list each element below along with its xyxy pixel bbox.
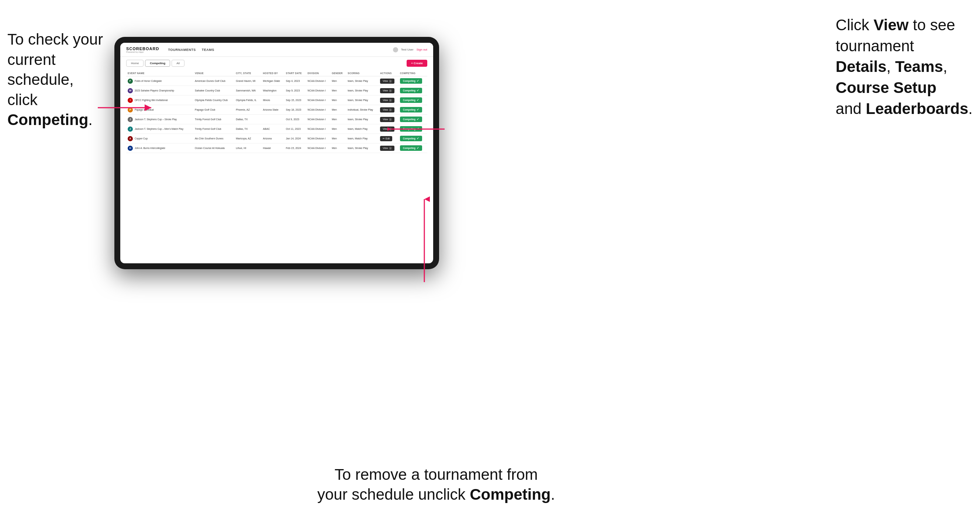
competing-button[interactable]: Competing ✓	[400, 88, 422, 93]
event-name-cell: J Jackson T. Stephens Cup – Stroke Play	[128, 117, 192, 122]
view-button[interactable]: View i	[380, 146, 395, 151]
scoring-cell: team, Match Play	[346, 134, 379, 143]
nav-bar: SCOREBOARD Powered by clippi TOURNAMENTS…	[120, 43, 433, 57]
gender-cell: Men	[330, 86, 346, 95]
col-start-date: START DATE	[285, 70, 306, 76]
event-name-cell: H John A. Burns Intercollegiate	[128, 146, 192, 151]
city-cell: Maricopa, AZ	[234, 134, 261, 143]
venue-cell: Trinity Forest Golf Club	[193, 115, 234, 124]
info-icon: i	[389, 99, 392, 102]
nav-teams[interactable]: TEAMS	[202, 48, 215, 52]
actions-cell: View i	[379, 105, 398, 115]
actions-cell: View i	[379, 86, 398, 95]
event-logo: J	[128, 117, 133, 122]
hosted-by-cell: Arizona	[262, 134, 285, 143]
division-cell: NCAA Division I	[306, 76, 330, 86]
gender-cell: Men	[330, 124, 346, 134]
scoring-cell: team, Stroke Play	[346, 86, 379, 95]
city-cell: Dallas, TX	[234, 124, 261, 134]
col-city: CITY, STATE	[234, 70, 261, 76]
competing-button[interactable]: Competing ✓	[400, 136, 422, 141]
info-icon: i	[389, 80, 392, 83]
brand: SCOREBOARD Powered by clippi	[126, 46, 159, 53]
start-date-cell: Jan 14, 2024	[285, 134, 306, 143]
division-cell: NCAA Division I	[306, 86, 330, 95]
start-date-cell: Feb 15, 2024	[285, 143, 306, 153]
create-button[interactable]: + Create	[407, 60, 427, 67]
event-name-text: OFCC Fighting Illini Invitational	[135, 99, 167, 102]
start-date-cell: Sep 18, 2023	[285, 105, 306, 115]
competing-button[interactable]: Competing ✓	[400, 145, 422, 151]
view-button[interactable]: View i	[380, 88, 395, 93]
start-date-cell: Sep 4, 2023	[285, 76, 306, 86]
view-button[interactable]: View i	[380, 79, 395, 84]
event-name-cell: J Jackson T. Stephens Cup – Men's Match …	[128, 127, 192, 132]
hosted-by-cell: Michigan State	[262, 76, 285, 86]
city-cell: Sammamish, WA	[234, 86, 261, 95]
hosted-by-cell: Arizona State	[262, 105, 285, 115]
event-name-text: Jackson T. Stephens Cup – Stroke Play	[135, 118, 177, 121]
view-button[interactable]: View i	[380, 98, 395, 103]
col-actions: ACTIONS	[379, 70, 398, 76]
division-cell: NCAA Division I	[306, 143, 330, 153]
view-button[interactable]: View i	[380, 107, 395, 113]
gender-cell: Men	[330, 105, 346, 115]
edit-button[interactable]: ✏ Edit	[380, 136, 392, 141]
start-date-cell: Oct 9, 2023	[285, 115, 306, 124]
hosted-by-cell: Hawaii	[262, 143, 285, 153]
col-competing: COMPETING	[398, 70, 427, 76]
competing-cell: Competing ✓	[398, 134, 427, 143]
col-hosted-by: HOSTED BY	[262, 70, 285, 76]
event-name-text: Folds of Honor Collegiate	[135, 80, 162, 82]
tab-competing[interactable]: Competing	[145, 60, 170, 67]
actions-cell: View i	[379, 143, 398, 153]
event-name-text: Copper Cup	[135, 137, 148, 140]
hosted-by-cell: Illinois	[262, 95, 285, 105]
sign-out-link[interactable]: Sign out	[417, 48, 427, 51]
left-annotation-text: To check yourcurrent schedule,click Comp…	[7, 31, 103, 129]
competing-cell: Competing ✓	[398, 76, 427, 86]
view-button[interactable]: View i	[380, 127, 395, 132]
nav-right: Test User Sign out	[393, 47, 427, 52]
checkmark-icon: ✓	[417, 79, 419, 83]
competing-cell: Competing ✓	[398, 105, 427, 115]
brand-title: SCOREBOARD	[126, 46, 159, 51]
competing-button[interactable]: Competing ✓	[400, 126, 422, 132]
hosted-by-cell	[262, 115, 285, 124]
event-logo: W	[128, 88, 133, 93]
checkmark-icon: ✓	[417, 117, 419, 121]
view-button[interactable]: View i	[380, 117, 395, 122]
checkmark-icon: ✓	[417, 89, 419, 92]
competing-cell: Competing ✓	[398, 95, 427, 105]
tab-all[interactable]: All	[172, 60, 185, 67]
venue-cell: Trinity Forest Golf Club	[193, 124, 234, 134]
event-logo: H	[128, 146, 133, 151]
scoring-cell: team, Match Play	[346, 124, 379, 134]
competing-button[interactable]: Competing ✓	[400, 116, 422, 122]
brand-sub: Powered by clippi	[126, 51, 159, 53]
competing-button[interactable]: Competing ✓	[400, 107, 422, 113]
info-icon: i	[389, 128, 392, 130]
table-row: J Jackson T. Stephens Cup – Men's Match …	[126, 124, 427, 134]
bottom-annotation: To remove a tournament fromyour schedule…	[317, 465, 555, 505]
event-name-cell: P Papago Individual	[128, 107, 192, 113]
info-icon: i	[389, 89, 392, 92]
info-icon: i	[389, 108, 392, 111]
checkmark-icon: ✓	[417, 127, 419, 130]
event-logo: I	[128, 98, 133, 103]
event-logo: P	[128, 107, 133, 113]
event-name-text: Papago Individual	[135, 108, 154, 111]
competing-button[interactable]: Competing ✓	[400, 78, 422, 84]
actions-cell: View i	[379, 95, 398, 105]
table-row: W 2023 Sahalee Players Championship Saha…	[126, 86, 427, 95]
tab-home[interactable]: Home	[126, 60, 143, 67]
info-icon: i	[389, 118, 392, 121]
city-cell: Grand Haven, MI	[234, 76, 261, 86]
competing-button[interactable]: Competing ✓	[400, 97, 422, 103]
user-avatar-icon	[393, 47, 398, 52]
user-name: Test User	[401, 48, 414, 51]
scoring-cell: team, Stroke Play	[346, 95, 379, 105]
scoring-cell: team, Stroke Play	[346, 143, 379, 153]
nav-tournaments[interactable]: TOURNAMENTS	[168, 48, 196, 52]
scoring-cell: individual, Stroke Play	[346, 105, 379, 115]
